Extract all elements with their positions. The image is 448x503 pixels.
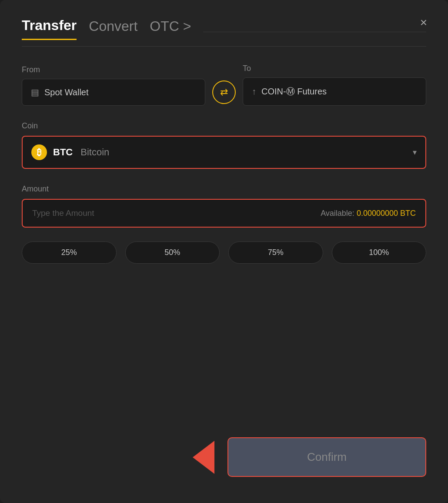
wallet-card-icon: ▤ [31, 87, 39, 97]
available-label: Available: [321, 209, 354, 218]
amount-label: Amount [22, 184, 426, 194]
pct-100-button[interactable]: 100% [332, 241, 427, 264]
header-underline [22, 46, 426, 47]
tab-convert[interactable]: Convert [89, 18, 137, 40]
to-group: To ↑ COIN-Ⓜ Futures [243, 64, 426, 106]
amount-input-box[interactable]: Type the Amount Available: 0.00000000 BT… [22, 199, 426, 228]
header-tabs: Transfer Convert OTC > [22, 17, 426, 40]
bottom-section: Confirm [22, 437, 426, 477]
coin-symbol: BTC [53, 147, 73, 158]
from-group: From ▤ Spot Wallet [22, 65, 205, 106]
to-wallet-selector[interactable]: ↑ COIN-Ⓜ Futures [243, 77, 426, 106]
from-wallet-name: Spot Wallet [44, 87, 89, 97]
coin-section: Coin ₿ BTC Bitcoin ▾ [22, 121, 426, 169]
available-value: 0.00000000 BTC [357, 209, 416, 218]
pct-25-button[interactable]: 25% [22, 241, 117, 264]
percentage-row: 25% 50% 75% 100% [22, 241, 426, 264]
to-wallet-name: COIN-Ⓜ Futures [261, 86, 327, 97]
from-label: From [22, 65, 205, 74]
tab-otc[interactable]: OTC > [150, 18, 191, 40]
coin-selector[interactable]: ₿ BTC Bitcoin ▾ [22, 136, 426, 169]
amount-placeholder: Type the Amount [32, 208, 94, 218]
transfer-modal: Transfer Convert OTC > × From ▤ Spot Wal… [0, 0, 448, 503]
from-wallet-selector[interactable]: ▤ Spot Wallet [22, 79, 205, 106]
arrow-right-icon [193, 441, 214, 474]
btc-icon: ₿ [31, 144, 47, 160]
confirm-button[interactable]: Confirm [227, 437, 426, 477]
to-label: To [243, 64, 426, 73]
tab-transfer[interactable]: Transfer [22, 17, 77, 40]
close-button[interactable]: × [420, 17, 427, 29]
arrow-container [22, 441, 219, 474]
pct-75-button[interactable]: 75% [228, 241, 323, 264]
header-divider [203, 32, 426, 32]
available-balance: Available: 0.00000000 BTC [321, 209, 416, 218]
from-to-row: From ▤ Spot Wallet ⇄ To ↑ COIN-Ⓜ Futures [22, 64, 426, 106]
coin-label: Coin [22, 121, 426, 131]
coin-full-name: Bitcoin [80, 147, 109, 158]
futures-icon: ↑ [252, 87, 256, 97]
swap-button[interactable]: ⇄ [212, 80, 236, 104]
amount-section: Amount Type the Amount Available: 0.0000… [22, 184, 426, 228]
pct-50-button[interactable]: 50% [125, 241, 220, 264]
from-to-section: From ▤ Spot Wallet ⇄ To ↑ COIN-Ⓜ Futures [22, 64, 426, 106]
swap-wrapper: ⇄ [212, 80, 236, 106]
chevron-down-icon: ▾ [413, 148, 417, 157]
